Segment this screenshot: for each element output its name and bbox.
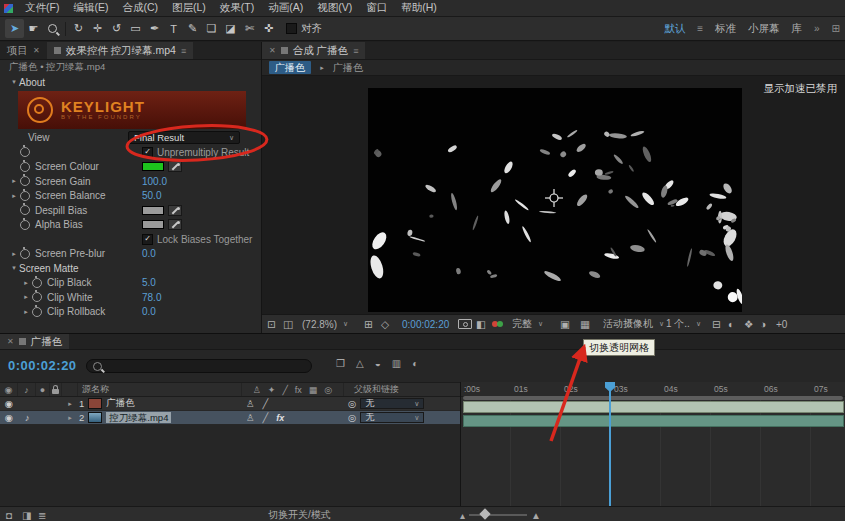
layer-bar-1[interactable]	[463, 401, 844, 413]
alpha-bias-swatch[interactable]	[142, 220, 164, 229]
tab-effect-controls[interactable]: 效果控件 控刀绿幕.mp4 ≡	[47, 42, 194, 59]
magnification-select[interactable]: (72.8%) ∨	[302, 315, 348, 333]
expander-icon[interactable]: ▸	[21, 293, 31, 301]
screen-colour-swatch[interactable]	[142, 162, 164, 171]
composition-viewer[interactable]: 显示加速已禁用	[262, 76, 845, 315]
view-layout-icon[interactable]: ◫	[283, 315, 293, 333]
clip-white-value[interactable]: 78.0	[142, 292, 161, 303]
panel-menu-icon[interactable]: ≡	[181, 46, 186, 56]
pixel-aspect-icon[interactable]: ⊟	[712, 315, 721, 333]
video-eye-icon[interactable]: ◉	[0, 411, 18, 424]
preview-time[interactable]: 0:00:02:20	[402, 315, 449, 333]
tab-composition[interactable]: ✕ 合成 广播色 ≡	[262, 42, 365, 59]
clip-rollback-value[interactable]: 0.0	[142, 306, 156, 317]
mini-flowchart-icon[interactable]: ❐	[336, 358, 345, 369]
puppet-pin-tool[interactable]: ✜	[259, 19, 278, 38]
screen-gain-value[interactable]: 100.0	[142, 176, 167, 187]
tab-project[interactable]: 项目 ✕	[0, 42, 47, 59]
eyedropper-icon[interactable]	[168, 205, 182, 216]
graph-icon[interactable]: ❖	[744, 315, 753, 333]
parent-dropdown[interactable]: 无 ∨	[360, 398, 424, 409]
unpremultiply-checkbox[interactable]: ✓	[142, 147, 153, 158]
layer-expander-icon[interactable]: ▸	[65, 400, 75, 408]
eraser-tool[interactable]: ◪	[221, 19, 240, 38]
panel-menu-icon[interactable]: ≡	[353, 46, 358, 56]
solo-toggle[interactable]	[36, 411, 50, 424]
exposure-value[interactable]: +0	[776, 315, 787, 333]
workspace-standard[interactable]: 标准	[715, 22, 736, 36]
video-eye-icon[interactable]: ◉	[0, 397, 18, 410]
clone-stamp-tool[interactable]: ❏	[202, 19, 221, 38]
show-channel-icon[interactable]	[492, 315, 506, 333]
collapse-icon[interactable]: ▾	[9, 78, 19, 86]
menu-window[interactable]: 窗口	[359, 1, 394, 15]
workspace-more-icon[interactable]: »	[814, 23, 820, 34]
timeline-track-area[interactable]: :00s 01s 02s 03s 04s 05s 06s 07s	[460, 382, 845, 506]
orbit-camera-tool[interactable]: ↻	[69, 19, 88, 38]
lock-biases-checkbox[interactable]: ✓	[142, 234, 153, 245]
audio-icon[interactable]: ♪	[18, 411, 36, 424]
zoom-in-icon[interactable]: ▲	[531, 510, 541, 521]
type-tool[interactable]: T	[164, 19, 183, 38]
stopwatch-icon[interactable]	[20, 220, 30, 230]
workspace-library[interactable]: 库	[792, 22, 803, 36]
quality-switch[interactable]: ╱	[263, 398, 269, 409]
workspace-small-screen[interactable]: 小屏幕	[748, 22, 780, 36]
solo-toggle[interactable]	[36, 397, 50, 410]
menu-edit[interactable]: 编辑(E)	[66, 1, 115, 15]
brush-tool[interactable]: ✎	[183, 19, 202, 38]
quality-switch[interactable]: ╱	[263, 412, 269, 423]
expander-icon[interactable]: ▸	[21, 308, 31, 316]
expand-switches-icon[interactable]: ◘	[6, 507, 12, 521]
transfer-controls-icon[interactable]: ◨	[22, 507, 31, 521]
layer-row-1[interactable]: ◉ ▸ 1 广播色 ♙ ╱ ◎ 无 ∨	[0, 397, 460, 411]
rotation-tool[interactable]: ↺	[107, 19, 126, 38]
expander-icon[interactable]: ▸	[9, 177, 19, 185]
fx-badge[interactable]: fx	[276, 413, 284, 423]
search-input[interactable]	[106, 360, 260, 372]
pan-behind-tool[interactable]: ✛	[88, 19, 107, 38]
comp-nav-flowchart[interactable]: 广播色	[333, 61, 363, 75]
fast-preview-icon[interactable]: ◐	[728, 315, 734, 333]
frame-blend-icon[interactable]: ▥	[392, 358, 401, 369]
time-ruler[interactable]: :00s 01s 02s 03s 04s 05s 06s 07s	[461, 382, 845, 397]
stopwatch-icon[interactable]	[20, 249, 30, 259]
layer-color-chip[interactable]	[88, 398, 102, 409]
view-dropdown[interactable]: Final Result ∨	[128, 131, 240, 144]
region-of-interest-icon[interactable]: ▣	[560, 315, 570, 333]
pickwhip-icon[interactable]: ◎	[348, 412, 356, 423]
lock-toggle[interactable]	[50, 397, 62, 410]
clip-black-value[interactable]: 5.0	[142, 277, 156, 288]
zoom-tool[interactable]	[43, 19, 62, 38]
stopwatch-icon[interactable]	[20, 176, 30, 186]
expander-icon[interactable]: ▸	[21, 279, 31, 287]
motion-blur-icon[interactable]: ◐	[412, 358, 418, 369]
snap-control[interactable]: ✓ 对齐	[286, 22, 322, 36]
shy-switch[interactable]: ♙	[246, 398, 255, 409]
layer-thumbnail[interactable]	[88, 412, 102, 423]
snap-checkbox[interactable]: ✓	[286, 23, 297, 34]
snapshot-camera-icon[interactable]	[458, 315, 472, 333]
zoom-out-icon[interactable]: ▴	[460, 510, 465, 521]
menu-file[interactable]: 文件(F)	[18, 1, 66, 15]
mask-shape-tool[interactable]: ▭	[126, 19, 145, 38]
toggle-switches-modes-button[interactable]: 切换开关/模式	[268, 507, 331, 521]
layer-row-2[interactable]: ◉ ♪ ▸ 2 控刀绿幕.mp4 ♙ ╱ fx ◎ 无 ∨	[0, 411, 460, 425]
draft-3d-icon[interactable]: △	[356, 358, 364, 369]
stopwatch-icon[interactable]	[32, 292, 42, 302]
lock-toggle[interactable]	[50, 411, 62, 424]
zoom-slider-handle[interactable]	[479, 508, 490, 519]
expander-icon[interactable]: ▸	[9, 250, 19, 258]
pen-tool[interactable]: ✒	[145, 19, 164, 38]
stopwatch-icon[interactable]	[20, 191, 30, 201]
current-time-indicator-line[interactable]	[609, 382, 611, 506]
hand-tool[interactable]: ☛	[24, 19, 43, 38]
menu-layer[interactable]: 图层(L)	[165, 1, 213, 15]
view-count-select[interactable]: 1 个.. ∨	[666, 315, 701, 333]
timeline-search[interactable]	[86, 359, 312, 373]
pickwhip-icon[interactable]: ◎	[348, 398, 356, 409]
shy-layers-icon[interactable]: ◒	[375, 358, 381, 369]
parent-dropdown[interactable]: 无 ∨	[360, 412, 424, 423]
close-icon[interactable]: ✕	[7, 337, 14, 346]
zoom-slider-track[interactable]	[469, 514, 527, 516]
